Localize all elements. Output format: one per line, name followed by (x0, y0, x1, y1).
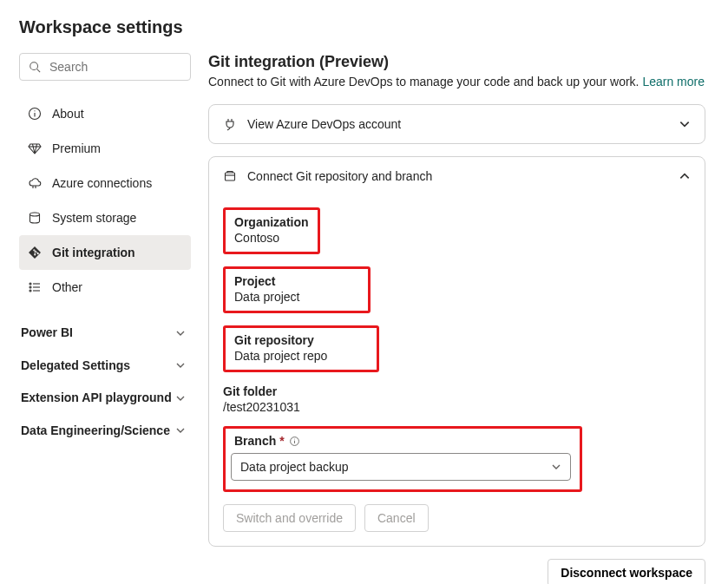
chevron-down-icon (551, 462, 561, 472)
folder-value: /test20231031 (223, 400, 691, 414)
nav-groups: Power BI Delegated Settings Extension AP… (19, 317, 191, 447)
connect-repo-header[interactable]: Connect Git repository and branch (209, 157, 705, 195)
group-label: Power BI (21, 325, 73, 341)
switch-override-button: Switch and override (223, 504, 356, 532)
learn-more-link[interactable]: Learn more (642, 75, 705, 89)
project-label: Project (234, 274, 359, 288)
repository-field: Git repository Data project repo (223, 325, 691, 372)
connect-repo-card: Connect Git repository and branch Organi… (208, 156, 705, 547)
organization-value: Contoso (234, 231, 309, 245)
svg-point-4 (34, 110, 35, 111)
svg-line-1 (37, 69, 41, 73)
sidebar-item-label: Git integration (52, 246, 135, 259)
footer-actions: Disconnect workspace (208, 559, 705, 584)
chevron-down-icon (175, 328, 186, 338)
group-extension-api[interactable]: Extension API playground (19, 382, 191, 415)
repository-label: Git repository (234, 333, 368, 347)
view-account-header[interactable]: View Azure DevOps account (209, 105, 705, 143)
group-delegated-settings[interactable]: Delegated Settings (19, 350, 191, 383)
svg-point-7 (30, 213, 40, 216)
group-data-engineering[interactable]: Data Engineering/Science (19, 415, 191, 448)
storage-icon (28, 211, 42, 225)
group-label: Delegated Settings (21, 358, 130, 374)
sidebar-item-label: Azure connections (52, 176, 152, 190)
repo-icon (223, 169, 237, 183)
nav-list: About Premium Azure connections (19, 96, 191, 305)
folder-label: Git folder (223, 384, 691, 398)
sidebar-item-label: System storage (52, 211, 136, 225)
sidebar-item-other[interactable]: Other (19, 270, 191, 305)
git-icon (28, 246, 42, 259)
sidebar-item-label: Other (52, 280, 82, 294)
section-title: Git integration (Preview) (208, 53, 705, 71)
chevron-down-icon (175, 393, 186, 404)
page-title: Workspace settings (19, 17, 709, 37)
project-value: Data project (234, 290, 359, 304)
sidebar-item-azure-connections[interactable]: Azure connections (19, 166, 191, 200)
svg-point-18 (294, 439, 295, 440)
organization-label: Organization (234, 215, 309, 229)
cancel-button: Cancel (364, 504, 429, 532)
section-description: Connect to Git with Azure DevOps to mana… (208, 75, 705, 89)
sidebar-item-git-integration[interactable]: Git integration (19, 235, 191, 270)
organization-field: Organization Contoso (223, 207, 691, 254)
group-power-bi[interactable]: Power BI (19, 317, 191, 350)
svg-point-0 (30, 62, 38, 70)
chevron-down-icon (175, 360, 186, 371)
sidebar-item-about[interactable]: About (19, 96, 191, 131)
cloud-icon (28, 176, 42, 190)
action-buttons: Switch and override Cancel (223, 504, 691, 532)
chevron-up-icon (679, 170, 691, 182)
branch-label: Branch (234, 434, 276, 448)
sidebar-item-premium[interactable]: Premium (19, 131, 191, 166)
chevron-down-icon (175, 425, 186, 436)
view-account-card: View Azure DevOps account (208, 104, 705, 144)
search-input[interactable] (48, 59, 203, 75)
sidebar-item-label: Premium (52, 141, 101, 155)
required-indicator: * (279, 434, 284, 448)
branch-field: Branch * Data project backup (223, 426, 691, 492)
section-description-text: Connect to Git with Azure DevOps to mana… (208, 75, 642, 89)
chevron-down-icon (679, 118, 691, 130)
svg-point-10 (30, 290, 31, 292)
branch-selected-value: Data project backup (240, 460, 349, 474)
main-content: Git integration (Preview) Connect to Git… (208, 53, 709, 584)
folder-field: Git folder /test20231031 (223, 384, 691, 414)
search-icon (29, 61, 41, 73)
sidebar: About Premium Azure connections (19, 53, 191, 447)
info-icon[interactable] (289, 434, 300, 448)
project-field: Project Data project (223, 266, 691, 313)
disconnect-workspace-button[interactable]: Disconnect workspace (548, 559, 705, 584)
plug-icon (223, 117, 237, 131)
branch-select[interactable]: Data project backup (231, 453, 571, 481)
diamond-icon (28, 141, 42, 155)
search-box[interactable] (19, 53, 191, 81)
view-account-label: View Azure DevOps account (247, 117, 668, 131)
sidebar-item-system-storage[interactable]: System storage (19, 200, 191, 235)
group-label: Extension API playground (21, 390, 172, 406)
group-label: Data Engineering/Science (21, 423, 170, 439)
other-icon (28, 280, 42, 294)
sidebar-item-label: About (52, 107, 84, 121)
connect-repo-label: Connect Git repository and branch (247, 169, 668, 183)
svg-rect-14 (226, 173, 235, 180)
svg-point-9 (30, 286, 31, 288)
connect-repo-body: Organization Contoso Project Data projec… (209, 195, 705, 546)
svg-point-8 (30, 283, 31, 285)
repository-value: Data project repo (234, 349, 368, 363)
info-icon (28, 107, 42, 121)
